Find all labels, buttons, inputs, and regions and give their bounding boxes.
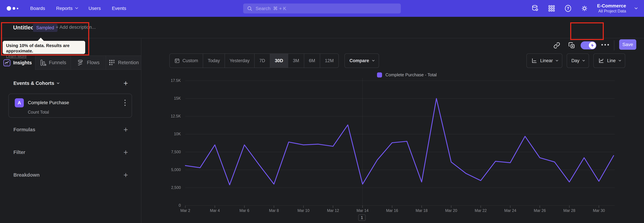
project-scope: All Project Data	[597, 9, 626, 14]
event-options-icon[interactable]	[124, 100, 126, 106]
range-button-7d[interactable]: 7D	[254, 54, 270, 68]
insights-report-page: BoardsReportsUsersEvents ? E-Commerce Al…	[0, 0, 644, 223]
chevron-down-icon	[582, 59, 585, 61]
copy-add-icon[interactable]	[568, 41, 576, 49]
range-button-custom[interactable]: Custom	[170, 54, 203, 68]
chart-type-dropdown[interactable]: Line	[593, 53, 625, 68]
tab-label: Retention	[118, 60, 139, 65]
nav-item-label: Boards	[30, 6, 45, 11]
x-axis-label: Mar 18	[410, 208, 433, 213]
nav-item-reports[interactable]: Reports	[56, 6, 78, 11]
sidebar-section-filter: Filter+	[0, 148, 141, 157]
x-axis-label: Mar 24	[498, 208, 522, 213]
chart-legend[interactable]: Complete Purchase - Total	[377, 72, 437, 77]
sampling-toggle[interactable]	[580, 41, 596, 49]
report-title-bar: Untitled Sampled + Add description... Sa…	[0, 17, 644, 38]
x-axis-label: Mar 12	[321, 208, 345, 213]
legend-swatch	[377, 72, 382, 77]
save-button[interactable]: Save	[619, 39, 636, 50]
insights-tab-icon	[3, 59, 10, 67]
y-axis-label: 12.5K	[156, 114, 181, 119]
nav-menu: BoardsReportsUsersEvents	[30, 6, 126, 11]
event-series-badge: A	[15, 98, 24, 107]
date-range-segmented-control: CustomTodayYesterday7D30D3M6M12M	[170, 53, 339, 68]
calendar-icon	[174, 58, 180, 63]
x-axis-label: Mar 4	[203, 208, 226, 213]
y-axis-label: 15K	[156, 96, 181, 101]
event-card[interactable]: A Complete Purchase Count Total	[8, 94, 132, 118]
tab-label: Funnels	[49, 60, 66, 65]
add-description-field[interactable]: + Add description...	[56, 25, 96, 30]
nav-right-cluster: ? E-Commerce All Project Data	[531, 0, 637, 17]
events-cohorts-header-row: Events & Cohorts +	[0, 79, 141, 87]
add-filter-button[interactable]: +	[124, 149, 128, 156]
range-button-label: 7D	[259, 58, 265, 63]
x-axis-label: Mar 10	[292, 208, 315, 213]
interval-dropdown[interactable]: Day	[567, 53, 589, 68]
lightning-bolt-icon	[590, 43, 594, 48]
range-button-label: 12M	[325, 58, 334, 63]
range-button-label: 30D	[275, 58, 283, 63]
range-button-today[interactable]: Today	[203, 54, 224, 68]
range-button-label: Custom	[182, 58, 198, 63]
x-axis-label: Mar 8	[262, 208, 286, 213]
y-axis-label: 17.5K	[156, 78, 181, 83]
series-line[interactable]	[185, 98, 614, 185]
funnels-tab-icon	[40, 59, 46, 66]
event-metric[interactable]: Count Total	[28, 110, 49, 115]
x-axis-label: Mar 14	[351, 208, 374, 213]
range-button-6m[interactable]: 6M	[304, 54, 320, 68]
compare-button[interactable]: Compare	[344, 53, 379, 68]
settings-gear-icon[interactable]	[580, 5, 588, 12]
add-event-button[interactable]: +	[124, 80, 128, 86]
add-breakdown-button[interactable]: +	[124, 172, 128, 178]
report-title[interactable]: Untitled	[13, 24, 34, 31]
more-options-icon[interactable]	[602, 44, 609, 46]
nav-item-boards[interactable]: Boards	[30, 6, 45, 11]
chevron-down-icon	[556, 59, 558, 61]
y-axis-label: 7,500	[156, 150, 181, 154]
x-axis-label: Mar 28	[558, 208, 581, 213]
apps-grid-icon[interactable]	[548, 5, 556, 12]
x-axis-label: Mar 30	[587, 208, 611, 213]
learn-more-link[interactable]: Learn More	[6, 54, 27, 59]
sampling-tooltip: Using 10% of data. Results are approxima…	[3, 41, 85, 54]
chevron-down-icon	[75, 6, 78, 9]
top-nav: BoardsReportsUsersEvents ? E-Commerce Al…	[0, 0, 644, 17]
chevron-down-icon	[372, 59, 375, 61]
data-management-icon[interactable]	[531, 5, 539, 12]
y-axis-label: 5,000	[156, 168, 181, 172]
help-icon[interactable]: ?	[564, 5, 572, 12]
range-button-yesterday[interactable]: Yesterday	[224, 54, 254, 68]
scale-dropdown[interactable]: Linear	[526, 53, 562, 68]
search-icon	[247, 6, 252, 12]
x-axis-label: Mar 2	[174, 208, 197, 213]
link-icon[interactable]	[553, 41, 561, 49]
range-button-12m[interactable]: 12M	[320, 54, 338, 68]
project-selector[interactable]: E-Commerce All Project Data	[597, 3, 626, 14]
nav-item-label: Reports	[56, 6, 72, 11]
x-axis-label: Mar 6	[232, 208, 256, 213]
sampled-badge[interactable]: Sampled	[33, 24, 58, 32]
add-formulas-button[interactable]: +	[124, 126, 128, 133]
chevron-down-icon	[57, 81, 60, 84]
nav-item-events[interactable]: Events	[112, 6, 126, 11]
range-button-3m[interactable]: 3M	[288, 54, 304, 68]
mixpanel-logo-icon[interactable]	[7, 6, 22, 11]
range-button-30d[interactable]: 30D	[270, 54, 288, 68]
range-button-label: 3M	[293, 58, 299, 63]
search-input[interactable]	[256, 6, 397, 11]
y-axis-label: 2,500	[156, 185, 181, 190]
chart-page-indicator[interactable]: 1	[358, 214, 366, 221]
event-name[interactable]: Complete Purchase	[28, 100, 69, 105]
y-axis-label: 10K	[156, 132, 181, 136]
range-button-label: Today	[208, 58, 220, 63]
nav-item-label: Users	[88, 6, 101, 11]
sidebar-section-formulas: Formulas+	[0, 125, 141, 134]
retention-tab-icon	[108, 59, 116, 66]
events-cohorts-header[interactable]: Events & Cohorts	[14, 80, 54, 86]
search-input-wrapper[interactable]	[243, 4, 401, 14]
nav-item-label: Events	[112, 6, 126, 11]
nav-item-users[interactable]: Users	[88, 6, 101, 11]
tab-retention[interactable]: Retention	[106, 56, 141, 70]
